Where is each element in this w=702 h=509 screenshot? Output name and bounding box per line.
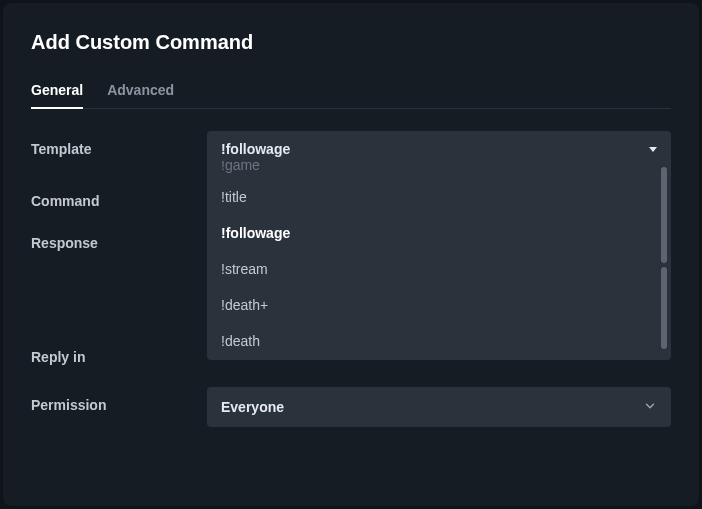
tabs: General Advanced — [31, 82, 671, 109]
template-option[interactable]: !title — [207, 179, 671, 215]
scrollbar-thumb[interactable] — [661, 167, 667, 263]
template-option[interactable]: !death — [207, 323, 671, 359]
label-response: Response — [31, 225, 207, 251]
label-reply-in: Reply in — [31, 345, 207, 365]
chevron-down-icon — [643, 399, 657, 416]
template-option[interactable]: !game — [207, 161, 671, 179]
template-option[interactable]: !followage — [207, 215, 671, 251]
tab-general[interactable]: General — [31, 82, 83, 108]
add-custom-command-modal: Add Custom Command General Advanced Temp… — [3, 3, 699, 506]
tab-advanced[interactable]: Advanced — [107, 82, 174, 108]
label-command: Command — [31, 183, 207, 209]
dropdown-scrollbar[interactable] — [661, 167, 667, 354]
permission-select[interactable]: Everyone — [207, 387, 671, 427]
row-template: Template !followage !game !title !follow… — [31, 131, 671, 167]
label-template: Template — [31, 131, 207, 157]
template-option[interactable]: !death+ — [207, 287, 671, 323]
row-permission: Permission Everyone — [31, 387, 671, 427]
template-dropdown: !game !title !followage !stream !death+ … — [207, 161, 671, 360]
template-selected-value: !followage — [221, 141, 290, 157]
template-option[interactable]: !stream — [207, 251, 671, 287]
scrollbar-thumb[interactable] — [661, 267, 667, 349]
label-permission: Permission — [31, 387, 207, 413]
modal-title: Add Custom Command — [31, 31, 671, 54]
permission-selected-value: Everyone — [221, 399, 284, 415]
caret-down-icon — [649, 147, 657, 152]
